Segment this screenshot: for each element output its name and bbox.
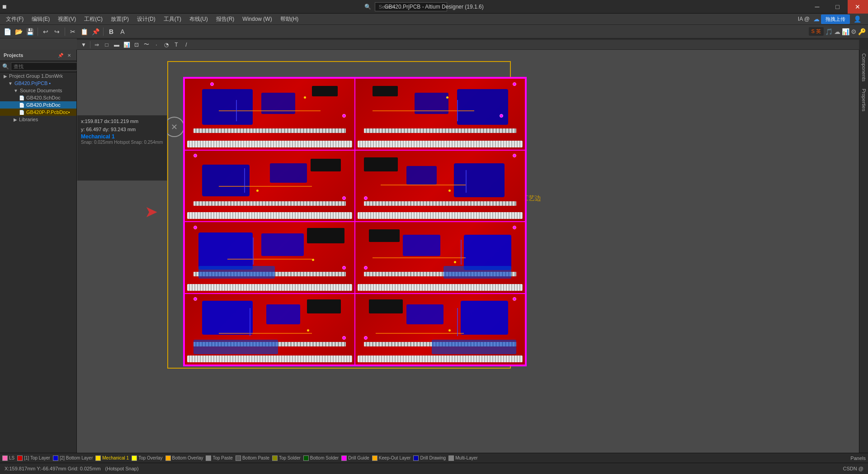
csdn-label: CSDN @ [843, 466, 863, 471]
dot-button[interactable]: · [152, 41, 161, 49]
menu-tools[interactable]: 工具(T) [160, 14, 185, 24]
status-snap: (Hotspot Snap) [105, 466, 139, 471]
ia-label: IA @ [798, 16, 810, 22]
tree-item-source-docs[interactable]: ▼ Source Documents [0, 87, 76, 94]
layer-drill-guide[interactable]: Drill Guide [341, 455, 369, 461]
lib-icon: ▶ [14, 117, 17, 122]
layer-bottom-paste[interactable]: Bottom Paste [236, 455, 269, 461]
menu-design[interactable]: 设计(D) [133, 14, 159, 24]
open-button[interactable]: 📂 [14, 27, 24, 37]
pcb-cell-r4c1 [184, 294, 355, 365]
menu-help[interactable]: 帮助(H) [277, 14, 302, 24]
search-bar: 🔍 [0, 61, 76, 72]
tree-label-group: Project Group 1.DsnWrk [9, 73, 63, 79]
menu-view[interactable]: 视图(V) [54, 14, 80, 24]
paste-button[interactable]: 📌 [90, 27, 100, 37]
menu-place[interactable]: 放置(P) [107, 14, 132, 24]
panels-label[interactable]: Panels [850, 455, 866, 461]
bar-button[interactable]: ▬ [112, 41, 121, 49]
layer-top-paste[interactable]: Top Paste [206, 455, 232, 461]
menu-file[interactable]: 文件(F) [2, 14, 27, 24]
layer-drill-drawing[interactable]: Drill Drawing [413, 455, 446, 461]
layer-top[interactable]: [1] Top Layer [17, 455, 50, 461]
cloud-icon: ☁ [813, 15, 820, 23]
close-panel-button[interactable]: ✕ [66, 52, 73, 59]
menu-project[interactable]: 工程(C) [80, 14, 106, 24]
cut-button[interactable]: ✂ [68, 27, 78, 37]
menu-route[interactable]: 布线(U) [186, 14, 212, 24]
coord-display: x:159.817 dx:101.219 mm y: 66.497 dy: 93… [77, 115, 167, 181]
layer-multi[interactable]: Multi-Layer [448, 455, 477, 461]
layer-bottom-overlay[interactable]: Bottom Overlay [165, 455, 203, 461]
layer-bottom-solder[interactable]: Bottom Solder [303, 455, 339, 461]
properties-tab[interactable]: Properties [859, 85, 868, 115]
layer-ls-label: LS [9, 455, 14, 460]
tree-item-schdoc[interactable]: 📄 GB420.SchDoc [0, 94, 76, 101]
chart-button[interactable]: 📊 [122, 41, 131, 49]
tree-label-source: Source Documents [20, 88, 62, 93]
tree-label-pcbdoc-p: GB420P-P.PcbDoc• [26, 109, 70, 115]
window-title: GB420.PrjPCB - Altium Designer (19.1.6) [384, 4, 483, 10]
close-button[interactable]: ✕ [848, 0, 868, 14]
toolbar: 📄 📂 💾 ↩ ↪ ✂ 📋 📌 B A S 英 🎵 ☁ 📊 ⚙ 🔑 [0, 25, 868, 38]
layer-multi-label: Multi-Layer [455, 455, 477, 460]
comp-button[interactable]: ⊡ [132, 41, 141, 49]
line-button[interactable]: / [182, 41, 191, 49]
maximize-button[interactable]: □ [827, 0, 848, 14]
layer-keepout[interactable]: Keep-Out Layer [372, 455, 411, 461]
tree-container: ▶ Project Group 1.DsnWrk ▼ GB420.PrjPCB … [0, 72, 76, 123]
pcb-cell-r2c1 [184, 150, 355, 222]
tree-item-group[interactable]: ▶ Project Group 1.DsnWrk [0, 72, 76, 80]
route-button[interactable]: ⇒ [92, 41, 101, 49]
menu-window[interactable]: Window (W) [239, 15, 275, 23]
menu-edit[interactable]: 编辑(E) [28, 14, 53, 24]
status-coords: X:159.817mm Y:-66.497mm Grid: 0.025mm [5, 466, 101, 471]
bold-button[interactable]: B [106, 27, 116, 37]
minimize-button[interactable]: ─ [807, 0, 827, 14]
status-bar: X:159.817mm Y:-66.497mm Grid: 0.025mm (H… [0, 463, 868, 474]
text-button[interactable]: A [118, 27, 127, 37]
pcb-cell-r1c1 [184, 78, 355, 150]
menu-report[interactable]: 报告(R) [212, 14, 238, 24]
search-icon-panel: 🔍 [2, 63, 9, 70]
layer-bottom-overlay-label: Bottom Overlay [172, 455, 203, 460]
tree-label-pcbdoc: GB420.PcbDoc [26, 102, 61, 108]
right-panel: Components Properties [859, 50, 868, 453]
user-icon[interactable]: 👤 [854, 15, 861, 23]
panel-search-input[interactable] [11, 62, 79, 71]
layer-top-overlay[interactable]: Top Overlay [132, 455, 162, 461]
snap-info: Snap: 0.025mm Hotspot Snap: 0.254mm [81, 140, 163, 145]
source-folder-icon: ▼ [14, 88, 18, 93]
tree-item-pcbdoc-p[interactable]: 📄 GB420P-P.PcbDoc• [0, 109, 76, 116]
text-tool-button[interactable]: T [172, 41, 181, 49]
layer-bottom[interactable]: [2] Bottom Layer [53, 455, 93, 461]
tree-item-pcbdoc[interactable]: 📄 GB420.PcbDoc [0, 101, 76, 109]
filter-button[interactable]: ▼ [79, 41, 88, 49]
upload-button[interactable]: 拖拽上传 [821, 14, 850, 24]
pin-button[interactable]: 📌 [57, 52, 64, 59]
pcbdoc-icon: 📄 [19, 103, 24, 108]
pcb-cell-r3c2 [355, 222, 525, 294]
layer-top-solder[interactable]: Top Solder [272, 455, 301, 461]
coord-x: x:159.817 dx:101.219 mm [81, 118, 163, 126]
new-button[interactable]: 📄 [2, 27, 12, 37]
tree-item-project[interactable]: ▼ GB420.PrjPCB • [0, 80, 76, 87]
copy-button[interactable]: 📋 [79, 27, 89, 37]
layer-ls[interactable]: LS [2, 455, 14, 461]
layer-top-overlay-label: Top Overlay [138, 455, 162, 460]
undo-button[interactable]: ↩ [41, 27, 51, 37]
arc-button[interactable]: ◔ [162, 41, 171, 49]
main-canvas[interactable]: 工艺边 ➤ ➤ ✕ [77, 50, 859, 463]
wave-button[interactable]: 〜 [142, 41, 151, 49]
components-tab[interactable]: Components [859, 50, 868, 85]
layer-bottom-label: [2] Bottom Layer [60, 455, 93, 460]
redo-button[interactable]: ↪ [52, 27, 62, 37]
layer-mech1[interactable]: Mechanical 1 [95, 455, 129, 461]
layer-drill-drawing-label: Drill Drawing [420, 455, 446, 460]
tree-item-libraries[interactable]: ▶ Libraries [0, 116, 76, 123]
arrow-left-1: ➤ [145, 204, 158, 219]
layer-top-label: [1] Top Layer [24, 455, 50, 460]
rect-button[interactable]: □ [102, 41, 111, 49]
panel-title: Projects [4, 52, 23, 58]
save-button[interactable]: 💾 [25, 27, 35, 37]
